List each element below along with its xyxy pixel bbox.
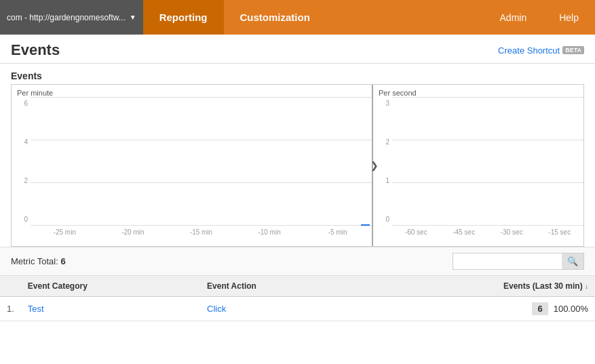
y-label-r1: 1 bbox=[373, 177, 392, 184]
chart-right-bars bbox=[392, 97, 583, 226]
table-row: 1. Test Click 6 100.00% bbox=[0, 297, 595, 321]
chart-divider-arrow[interactable]: ❯ bbox=[370, 160, 379, 171]
row-num: 1. bbox=[0, 297, 21, 321]
x-label-20: -20 min bbox=[99, 228, 168, 236]
y-label-0: 0 bbox=[12, 216, 31, 223]
chart-left-area: 0 2 4 6 -25 min -20 min -15 min -10 min … bbox=[12, 97, 372, 246]
x-label-60s: -60 sec bbox=[392, 228, 440, 236]
metric-total-label: Metric Total: bbox=[11, 256, 58, 266]
page-header: Events Create Shortcut BETA bbox=[0, 35, 595, 64]
chart-per-minute: Per minute 0 2 4 6 -25 min -20 min bbox=[12, 85, 373, 246]
beta-badge: BETA bbox=[562, 46, 584, 54]
events-section-header: Events bbox=[0, 64, 595, 81]
x-label-10: -10 min bbox=[235, 228, 304, 236]
site-selector[interactable]: com - http://gardengnomesoftw... ▼ bbox=[0, 0, 143, 35]
events-table: Event Category Event Action Events (Last… bbox=[0, 276, 595, 321]
col-category: Event Category bbox=[21, 276, 200, 297]
sort-arrow: ↓ bbox=[585, 283, 588, 290]
chart-left-y-axis: 0 2 4 6 bbox=[12, 97, 31, 226]
y-label-2: 2 bbox=[12, 177, 31, 184]
chart-left-bars bbox=[31, 97, 372, 226]
create-shortcut-label: Create Shortcut bbox=[498, 45, 560, 56]
x-label-30s: -30 sec bbox=[488, 228, 536, 236]
nav-customization[interactable]: Customization bbox=[224, 0, 326, 35]
chart-left-x-axis: -25 min -20 min -15 min -10 min -5 min bbox=[31, 226, 372, 246]
site-label: com - http://gardengnomesoftw... bbox=[7, 13, 126, 22]
metrics-bar: Metric Total: 6 🔍 bbox=[0, 247, 595, 276]
charts-container: Per minute 0 2 4 6 -25 min -20 min bbox=[11, 84, 584, 247]
x-label-15: -15 min bbox=[167, 228, 235, 236]
x-label-15s: -15 sec bbox=[536, 228, 584, 236]
nav-right-items: Admin Help bbox=[484, 0, 595, 35]
y-label-r2: 2 bbox=[373, 138, 392, 146]
y-label-r0: 0 bbox=[373, 216, 392, 223]
search-input[interactable] bbox=[453, 254, 562, 269]
top-navigation: com - http://gardengnomesoftw... ▼ Repor… bbox=[0, 0, 595, 35]
metric-total: Metric Total: 6 bbox=[11, 256, 66, 266]
events-section-title: Events bbox=[11, 70, 584, 81]
chart-right-area: 0 1 2 3 -60 sec -45 sec -30 sec -15 sec bbox=[373, 97, 583, 246]
search-button[interactable]: 🔍 bbox=[562, 254, 583, 269]
page-title: Events bbox=[11, 41, 60, 59]
events-percent: 100.00% bbox=[554, 304, 588, 314]
chart-right-label: Per second bbox=[373, 89, 583, 97]
col-events: Events (Last 30 min) ↓ bbox=[354, 276, 595, 297]
category-link[interactable]: Test bbox=[28, 304, 44, 314]
x-label-25: -25 min bbox=[31, 228, 99, 236]
metric-total-value: 6 bbox=[60, 256, 65, 266]
action-link[interactable]: Click bbox=[207, 304, 226, 314]
y-label-6: 6 bbox=[12, 100, 31, 107]
nav-main-items: Reporting Customization bbox=[143, 0, 484, 35]
y-label-4: 4 bbox=[12, 138, 31, 146]
nav-help[interactable]: Help bbox=[543, 0, 595, 35]
chart-per-second: Per second 0 1 2 3 -60 sec -45 sec bbox=[373, 85, 583, 246]
x-label-5: -5 min bbox=[303, 228, 372, 236]
search-box: 🔍 bbox=[453, 253, 584, 270]
chart-left-label: Per minute bbox=[12, 89, 372, 97]
nav-admin[interactable]: Admin bbox=[484, 0, 543, 35]
nav-reporting[interactable]: Reporting bbox=[143, 0, 224, 35]
events-count: 6 bbox=[532, 302, 548, 315]
site-dropdown-arrow: ▼ bbox=[130, 14, 136, 21]
table-header-row: Event Category Event Action Events (Last… bbox=[0, 276, 595, 297]
chart-right-x-axis: -60 sec -45 sec -30 sec -15 sec bbox=[392, 226, 583, 246]
col-action: Event Action bbox=[200, 276, 354, 297]
row-category: Test bbox=[21, 297, 200, 321]
row-events: 6 100.00% bbox=[354, 297, 595, 321]
x-label-45s: -45 sec bbox=[440, 228, 488, 236]
events-cell: 6 100.00% bbox=[361, 302, 588, 315]
row-action: Click bbox=[200, 297, 354, 321]
y-label-r3: 3 bbox=[373, 100, 392, 107]
create-shortcut-link[interactable]: Create Shortcut BETA bbox=[498, 45, 584, 56]
col-num bbox=[0, 276, 21, 297]
